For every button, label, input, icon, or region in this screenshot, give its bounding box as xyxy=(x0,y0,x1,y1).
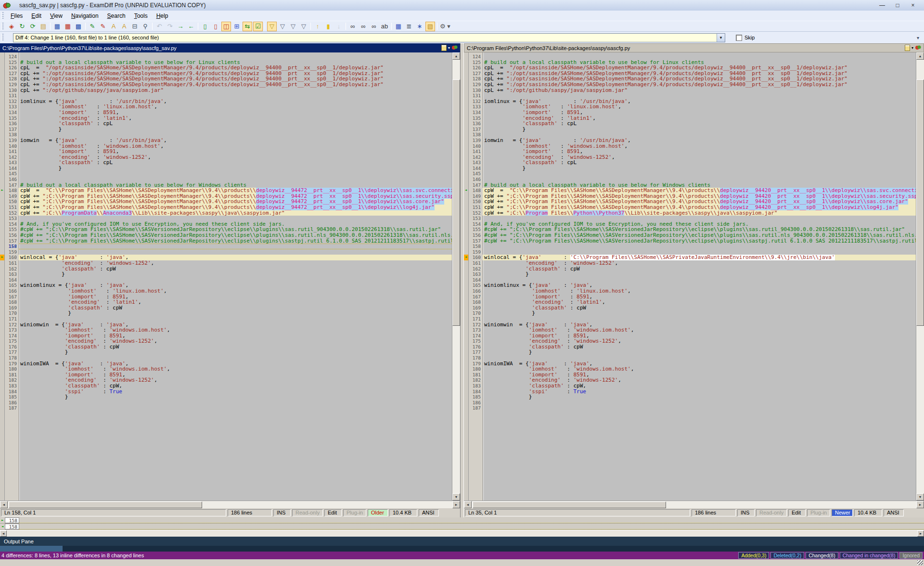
code-line[interactable]: 127cpL += ":/opt/sasinside/SASHome/SASDe… xyxy=(464,71,916,77)
mini-scroll-right-icon[interactable]: ► xyxy=(917,530,924,537)
code-line[interactable]: 172winiomwin = {'java' : 'java', xyxy=(464,322,916,328)
menu-files[interactable]: Files xyxy=(6,12,27,20)
horizontal-scrollbar[interactable]: ◄► xyxy=(0,501,460,508)
vertical-scrollbar[interactable]: ▲▼ xyxy=(452,52,460,501)
code-line[interactable]: 149cpW += ";C:\\Program Files\\SASHome\\… xyxy=(0,193,452,199)
recompare-button[interactable]: ↻ xyxy=(17,22,27,31)
options-palette-button[interactable]: ▦ xyxy=(394,22,403,31)
plugins-button[interactable]: ∗ xyxy=(415,22,424,31)
code-line[interactable]: 187 xyxy=(0,405,452,411)
code-line[interactable]: 158 xyxy=(464,244,916,249)
code-line[interactable]: 130cpL += ":/opt/github/saspy/java/saspy… xyxy=(464,88,916,93)
code-line[interactable]: 171 xyxy=(0,316,452,322)
previous-diff-button[interactable]: ↑ xyxy=(313,22,322,31)
mini-diff-row[interactable]: ►158 xyxy=(0,517,924,524)
code-line[interactable]: 171 xyxy=(464,316,916,322)
code-line[interactable]: 158 xyxy=(0,244,452,249)
code-line[interactable]: 130cpL += ":/opt/github/saspy/java/saspy… xyxy=(0,88,452,93)
code-line[interactable]: 144 } xyxy=(464,166,916,171)
code-line[interactable]: 137 } xyxy=(0,127,452,132)
code-line[interactable]: 129cpL += ":/opt/sasinside/SASHome/SASDe… xyxy=(0,82,452,88)
code-line[interactable]: 144 } xyxy=(0,166,452,171)
filter-show-all-button[interactable]: ▽ xyxy=(267,22,277,31)
session-log-button[interactable]: ≣ xyxy=(404,22,414,31)
filter-changed-button[interactable]: ▽ xyxy=(299,22,308,31)
scrollbar-thumb[interactable] xyxy=(9,502,202,508)
code-line[interactable]: 126cpL = "/opt/sasinside/SASHome/SASDepl… xyxy=(464,65,916,71)
code-line[interactable]: 181 'iomport' : 8591, xyxy=(464,372,916,378)
code-line[interactable]: 145 xyxy=(0,171,452,177)
code-line[interactable]: 147# build out a local classpath variabl… xyxy=(464,182,916,188)
scroll-up-icon[interactable]: ▲ xyxy=(452,52,460,60)
code-line[interactable]: 135 'encoding' : 'latin1', xyxy=(464,116,916,121)
char-diff-second-button[interactable]: A xyxy=(119,22,129,31)
code-line[interactable]: 149cpW += ";C:\\Program Files\\SASHome\\… xyxy=(464,193,916,199)
scrollbar-thumb[interactable] xyxy=(473,502,666,508)
code-line[interactable]: ►160winlocal = {'java' : 'java', xyxy=(0,255,452,260)
scroll-right-icon[interactable]: ► xyxy=(452,501,460,508)
code-line[interactable]: 175 'encoding' : 'windows-1252', xyxy=(464,338,916,344)
code-line[interactable]: 165winiomlinux = {'java' : 'java', xyxy=(0,283,452,288)
current-diff-marker-icon[interactable]: ► xyxy=(1,255,3,260)
code-line[interactable]: 170 } xyxy=(464,310,916,316)
code-line[interactable]: 152cpW += ";C:\\Program Files\\Python\\P… xyxy=(464,210,916,216)
code-line[interactable]: 138 xyxy=(464,132,916,138)
code-line[interactable]: 174 'iomport' : 8591, xyxy=(0,333,452,339)
edit-first-file-button[interactable]: ✎ xyxy=(88,22,97,31)
diff-marker-icon[interactable]: ► xyxy=(465,188,467,193)
code-line[interactable]: 139iomwin = {'java' : '/usr/bin/java', xyxy=(464,138,916,143)
code-line[interactable]: 154# And, if you've configured IOM to us… xyxy=(464,221,916,227)
code-line[interactable]: 164 xyxy=(0,277,452,283)
code-line[interactable]: 186 xyxy=(0,400,452,406)
code-line[interactable]: 138 xyxy=(0,132,452,138)
close-button[interactable]: × xyxy=(908,2,918,9)
code-line[interactable]: 166 'iomhost' : 'linux.iom.host', xyxy=(0,288,452,294)
code-line[interactable]: 173 'iomhost' : 'windows.iom.host', xyxy=(464,327,916,333)
scroll-down-icon[interactable]: ▼ xyxy=(916,493,924,501)
code-line[interactable]: 163 } xyxy=(0,271,452,277)
code-line[interactable]: 187 xyxy=(464,405,916,411)
diffbar-grip[interactable] xyxy=(1,34,4,42)
show-differences-button[interactable]: ☑ xyxy=(253,22,263,31)
code-line[interactable]: 136 'classpath' : cpL xyxy=(464,121,916,127)
code-line[interactable]: 153 xyxy=(464,216,916,221)
code-line[interactable]: 147# build out a local classpath variabl… xyxy=(0,182,452,188)
show-first-pane-button[interactable]: ▯ xyxy=(200,22,210,31)
save-first-file-button[interactable]: ▦ xyxy=(63,22,73,31)
code-line[interactable]: 142 'encoding' : 'windows-1252', xyxy=(464,154,916,160)
code-line[interactable]: 169 'classpath' : cpW xyxy=(464,305,916,311)
code-line[interactable]: 159 xyxy=(464,249,916,255)
sync-scrolling-button[interactable]: ⇆ xyxy=(243,22,252,31)
diff-marker-icon[interactable]: ► xyxy=(1,188,3,193)
show-second-pane-button[interactable]: ▯ xyxy=(211,22,220,31)
code-line[interactable]: 177 } xyxy=(0,349,452,355)
scroll-down-icon[interactable]: ▼ xyxy=(452,493,460,501)
menu-tools[interactable]: Tools xyxy=(130,12,152,20)
maximize-button[interactable]: □ xyxy=(892,2,903,9)
code-line[interactable]: 135 'encoding' : 'latin1', xyxy=(0,116,452,121)
code-line[interactable]: 125# build out a local classpath variabl… xyxy=(464,60,916,65)
code-line[interactable]: 165winiomlinux = {'java' : 'java', xyxy=(464,283,916,288)
code-line[interactable]: 126cpL = "/opt/sasinside/SASHome/SASDepl… xyxy=(0,65,452,71)
find-next-button[interactable]: ∞ xyxy=(359,22,368,31)
open-files-button[interactable]: ▤ xyxy=(38,22,48,31)
code-line[interactable]: 150cpW += ";C:\\Program Files\\SASHome\\… xyxy=(0,199,452,205)
code-line[interactable]: 127cpL += ":/opt/sasinside/SASHome/SASDe… xyxy=(0,71,452,77)
code-line[interactable]: 153 xyxy=(0,216,452,221)
menu-edit[interactable]: Edit xyxy=(27,12,46,20)
code-line[interactable]: 129cpL += ":/opt/sasinside/SASHome/SASDe… xyxy=(464,82,916,88)
code-line[interactable]: 163 } xyxy=(464,271,916,277)
code-line[interactable]: 184 'sspi' : True xyxy=(464,389,916,395)
code-line[interactable]: 151cpW += ";C:\\Program Files\\SASHome\\… xyxy=(464,205,916,210)
filter-deleted-button[interactable]: ▽ xyxy=(288,22,298,31)
code-line[interactable]: 168 'encoding' : 'latin1', xyxy=(0,299,452,305)
code-line[interactable]: 161 'encoding' : 'windows-1252', xyxy=(464,260,916,266)
code-line[interactable]: 128cpL += ":/opt/sasinside/SASHome/SASDe… xyxy=(0,76,452,82)
code-line[interactable]: 178 xyxy=(464,355,916,361)
code-line[interactable]: 185 } xyxy=(0,394,452,400)
menu-search[interactable]: Search xyxy=(103,12,130,20)
code-scroll-region[interactable]: 124125# build out a local classpath vari… xyxy=(0,52,452,501)
file-path-header[interactable]: C:\Program Files\Python\Python37\Lib\sit… xyxy=(0,43,460,52)
go-back-button[interactable]: ← xyxy=(186,22,196,31)
code-line[interactable]: 145 xyxy=(464,171,916,177)
